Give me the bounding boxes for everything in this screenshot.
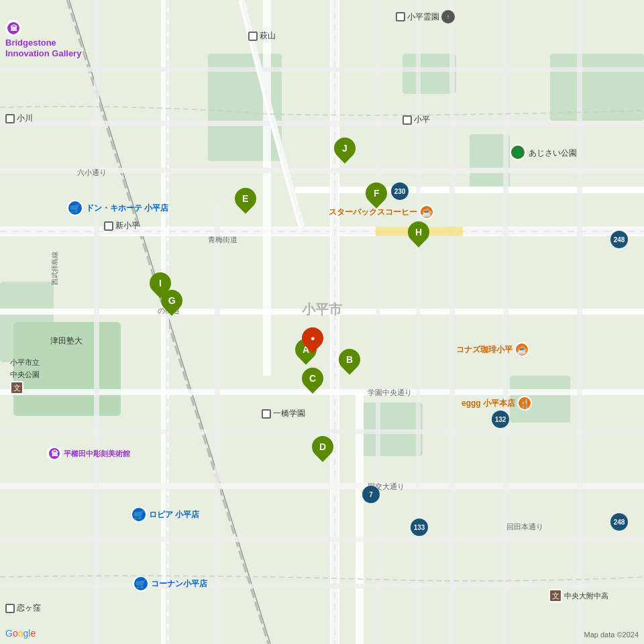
svg-rect-21 — [356, 389, 364, 644]
station-icon — [104, 221, 113, 231]
station-icon — [262, 409, 271, 419]
station-icon — [402, 115, 412, 125]
station-icon — [5, 114, 15, 123]
bridgestone-name: Bridgestone Innovation Gallery — [5, 38, 81, 58]
hiramatsu-label: 平櫛田中彫刻美術館 — [64, 449, 130, 459]
reien-icon: ↑ — [441, 10, 455, 23]
svg-text:西武拝島線: 西武拝島線 — [51, 252, 58, 285]
eggg-label: eggg 小平本店 — [462, 398, 515, 409]
coffee-icon: ☕ — [419, 205, 434, 219]
svg-rect-4 — [402, 54, 456, 94]
hiramatsu-museum[interactable]: 🏛 平櫛田中彫刻美術館 — [47, 446, 130, 461]
google-logo: Google — [5, 628, 36, 639]
svg-rect-34 — [376, 0, 380, 644]
svg-rect-37 — [0, 584, 644, 588]
ogawa-station: 小川 — [5, 113, 33, 124]
lopiya-icon: 🛒 — [131, 506, 147, 523]
cainz[interactable]: 🛒 コーナン小平店 — [133, 576, 207, 592]
station-icon — [396, 12, 405, 21]
svg-rect-29 — [94, 0, 99, 644]
route-7-badge: 7 — [362, 486, 380, 503]
station-label: 一橋学園 — [273, 408, 305, 419]
route-132-badge: 132 — [492, 411, 509, 428]
kodaira-station: 小平 — [402, 114, 430, 125]
ajisai-park: 🌲 あじさい公園 — [510, 144, 577, 160]
pin-b[interactable]: B — [339, 349, 360, 370]
lopiya[interactable]: 🛒 ロピア 小平店 — [131, 506, 199, 523]
eggg[interactable]: eggg 小平本店 🍴 — [462, 396, 532, 411]
shin-kodaira-station: 新小平 — [104, 220, 140, 231]
school-icon: 文 — [549, 589, 562, 602]
starbucks[interactable]: スターバックスコーヒー ☕ — [329, 205, 434, 219]
culture-icon: 文 — [10, 381, 23, 394]
koigakubo-label: 恋ヶ窪 — [17, 602, 41, 614]
kodaira-reien-station: 小平霊園 ↑ — [396, 10, 455, 23]
hitotsubashi-station: 一橋学園 — [262, 408, 305, 419]
svg-rect-31 — [449, 0, 455, 644]
route-230-badge: 230 — [391, 182, 409, 200]
svg-rect-19 — [161, 0, 169, 644]
selected-pin[interactable]: ● — [302, 327, 323, 349]
pin-h[interactable]: H — [408, 221, 429, 243]
station-icon — [248, 32, 258, 41]
starbucks-label: スターバックスコーヒー — [329, 207, 417, 218]
svg-rect-20 — [263, 0, 271, 376]
chuo-univ-high: 文 中央大附中高 — [549, 589, 608, 602]
konazu-label: コナズ珈琲小平 — [456, 344, 513, 356]
ajisai-park-label: あじさい公園 — [529, 148, 577, 158]
station-label: 小平 — [414, 114, 430, 125]
coffee-icon2: ☕ — [515, 342, 529, 357]
svg-rect-35 — [416, 0, 421, 644]
station-label: 小平霊園 — [407, 11, 439, 23]
svg-rect-36 — [0, 429, 644, 434]
station-label: 萩山 — [260, 30, 276, 42]
lopiya-label: ロピア 小平店 — [149, 509, 199, 521]
hagiyama-station: 萩山 — [248, 30, 276, 42]
pin-f[interactable]: F — [366, 182, 387, 204]
station-icon3 — [5, 604, 15, 613]
tsuda-label: 津田塾大 — [50, 336, 83, 345]
konazu-coffee[interactable]: コナズ珈琲小平 ☕ — [456, 342, 529, 357]
map-container: 西武拝島線 小平市 🏛 Bridgestone Innovation Galle… — [0, 0, 644, 644]
svg-text:小平市: 小平市 — [301, 302, 343, 317]
koigakubo-station: 恋ヶ窪 — [5, 602, 41, 614]
bridgestone-icon: 🏛 — [5, 20, 21, 36]
route-248-badge2: 248 — [610, 513, 628, 531]
park-icon: 🌲 — [510, 144, 526, 160]
don-quijote-label: ドン・キホーテ 小平店 — [86, 203, 168, 214]
museum-icon: 🏛 — [47, 446, 62, 461]
pin-j[interactable]: J — [334, 138, 356, 159]
cainz-label: コーナン小平店 — [151, 578, 207, 590]
station-label: 新小平 — [115, 220, 140, 231]
chuo-park: 小平市立中央公園 文 — [10, 356, 40, 394]
route-248-badge1: 248 — [610, 231, 628, 248]
food-icon: 🍴 — [517, 396, 532, 411]
pin-d[interactable]: D — [312, 436, 333, 458]
station-label: 小川 — [17, 113, 33, 124]
road-svg: 西武拝島線 小平市 — [0, 0, 644, 644]
pin-i[interactable]: I — [150, 272, 171, 294]
pin-c[interactable]: C — [302, 368, 323, 389]
chuo-park-label: 小平市立中央公園 — [10, 358, 40, 378]
route-133-badge: 133 — [411, 519, 428, 536]
cainz-icon: 🛒 — [133, 576, 149, 592]
svg-rect-15 — [295, 186, 644, 193]
don-quijote[interactable]: 🛒 ドン・キホーテ 小平店 — [67, 200, 168, 216]
bridgestone-label: 🏛 Bridgestone Innovation Gallery — [5, 20, 81, 58]
svg-rect-33 — [577, 0, 582, 644]
pin-e[interactable]: E — [235, 188, 256, 209]
svg-rect-32 — [503, 0, 508, 644]
svg-rect-30 — [215, 201, 220, 644]
map-data-credit: Map data ©2024 — [584, 631, 639, 639]
tsuda-univ: 津田塾大 — [50, 334, 83, 347]
chuo-high-label: 中央大附中高 — [564, 591, 608, 601]
shopping-icon: 🛒 — [67, 200, 83, 216]
